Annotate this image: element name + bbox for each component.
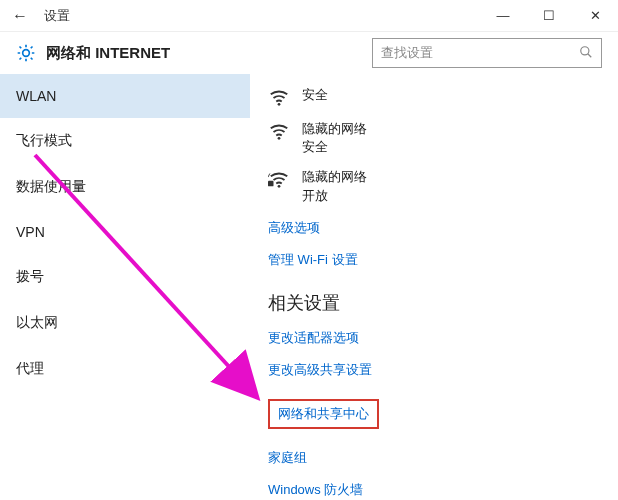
svg-point-3 [278, 137, 281, 140]
sidebar-item-airplane[interactable]: 飞行模式 [0, 118, 250, 164]
window-controls: — ☐ ✕ [480, 0, 618, 32]
wifi-open-icon [268, 168, 290, 190]
minimize-button[interactable]: — [480, 0, 526, 32]
link-advanced-sharing[interactable]: 更改高级共享设置 [268, 361, 600, 379]
close-button[interactable]: ✕ [572, 0, 618, 32]
network-label: 隐藏的网络安全 [302, 120, 367, 156]
titlebar: ← 设置 — ☐ ✕ [0, 0, 618, 32]
sidebar-item-label: VPN [16, 224, 45, 240]
maximize-button[interactable]: ☐ [526, 0, 572, 32]
svg-point-2 [278, 103, 281, 106]
sidebar-item-vpn[interactable]: VPN [0, 210, 250, 254]
network-label: 隐藏的网络开放 [302, 168, 367, 204]
wifi-secure-icon [268, 86, 290, 108]
link-adapter-options[interactable]: 更改适配器选项 [268, 329, 600, 347]
search-placeholder: 查找设置 [381, 44, 579, 62]
sidebar-item-label: 飞行模式 [16, 132, 72, 148]
page-title: 网络和 INTERNET [46, 44, 372, 63]
search-input[interactable]: 查找设置 [372, 38, 602, 68]
highlight-box: 网络和共享中心 [268, 399, 379, 429]
sidebar-item-ethernet[interactable]: 以太网 [0, 300, 250, 346]
link-network-sharing-center[interactable]: 网络和共享中心 [278, 405, 369, 423]
network-item[interactable]: 隐藏的网络安全 [268, 120, 600, 156]
content-panel: 安全 隐藏的网络安全 隐藏的网络开放 高级选项 管理 Wi-Fi 设置 相关设置… [250, 74, 618, 500]
sidebar-item-label: 以太网 [16, 314, 58, 330]
sidebar-item-label: 数据使用量 [16, 178, 86, 194]
sidebar-item-proxy[interactable]: 代理 [0, 346, 250, 392]
sidebar-item-data-usage[interactable]: 数据使用量 [0, 164, 250, 210]
sidebar-item-wlan[interactable]: WLAN [0, 74, 250, 118]
sidebar-item-label: 代理 [16, 360, 44, 376]
main-area: WLAN 飞行模式 数据使用量 VPN 拨号 以太网 代理 安全 隐藏的网络安全… [0, 74, 618, 500]
back-button[interactable]: ← [12, 7, 36, 25]
svg-point-4 [278, 185, 281, 188]
search-icon [579, 45, 593, 62]
network-item[interactable]: 安全 [268, 86, 600, 108]
gear-icon [16, 43, 36, 63]
svg-point-0 [581, 46, 589, 54]
link-windows-firewall[interactable]: Windows 防火墙 [268, 481, 600, 499]
network-label: 安全 [302, 86, 328, 104]
network-item[interactable]: 隐藏的网络开放 [268, 168, 600, 204]
svg-line-1 [588, 53, 592, 57]
wifi-secure-icon [268, 120, 290, 142]
svg-rect-5 [268, 181, 274, 187]
sidebar-item-label: WLAN [16, 88, 56, 104]
sidebar-item-dialup[interactable]: 拨号 [0, 254, 250, 300]
link-homegroup[interactable]: 家庭组 [268, 449, 600, 467]
link-manage-wifi[interactable]: 管理 Wi-Fi 设置 [268, 251, 600, 269]
window-title: 设置 [44, 7, 70, 25]
link-advanced-options[interactable]: 高级选项 [268, 219, 600, 237]
sidebar: WLAN 飞行模式 数据使用量 VPN 拨号 以太网 代理 [0, 74, 250, 500]
section-title-related: 相关设置 [268, 291, 600, 315]
sidebar-item-label: 拨号 [16, 268, 44, 284]
header: 网络和 INTERNET 查找设置 [0, 32, 618, 74]
